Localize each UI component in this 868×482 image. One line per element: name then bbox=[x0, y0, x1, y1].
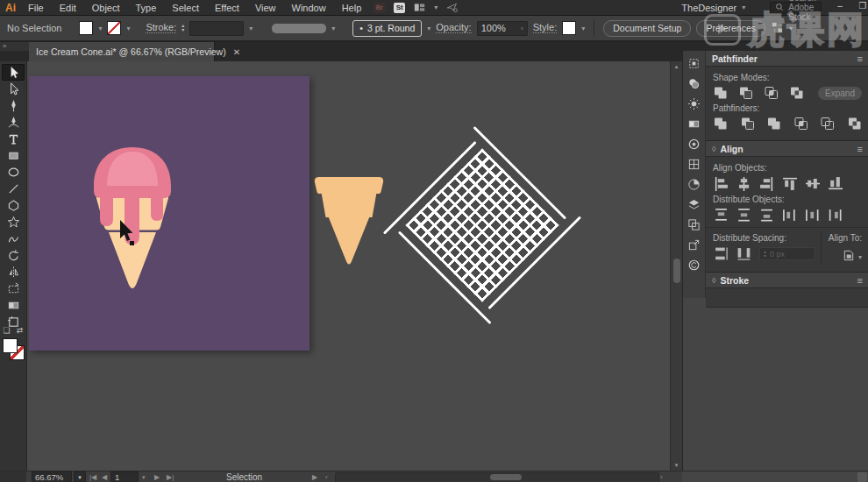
style-swatch[interactable] bbox=[562, 21, 576, 35]
minus-back-icon[interactable] bbox=[847, 117, 862, 131]
horizontal-scroll-thumb[interactable] bbox=[490, 474, 522, 480]
zoom-level-field[interactable]: 66.67% bbox=[32, 471, 72, 482]
share-icon[interactable] bbox=[446, 2, 458, 13]
cone-shape-object[interactable] bbox=[312, 175, 386, 268]
fill-stroke-indicator[interactable] bbox=[3, 338, 25, 361]
vertical-spacing-icon[interactable] bbox=[713, 246, 729, 261]
polygon-tool[interactable] bbox=[2, 197, 25, 214]
exclude-icon[interactable] bbox=[789, 86, 804, 100]
align-options-icon[interactable] bbox=[771, 21, 784, 36]
menu-select[interactable]: Select bbox=[172, 3, 199, 13]
tab-close-icon[interactable]: ✕ bbox=[233, 47, 240, 57]
canvas[interactable] bbox=[27, 61, 670, 471]
layers-panel-icon[interactable] bbox=[687, 198, 701, 211]
workspace-selector[interactable]: TheDesigner ▾ bbox=[681, 3, 745, 13]
color-guide-panel-icon[interactable] bbox=[687, 138, 701, 151]
transform-panel-icon[interactable] bbox=[687, 57, 701, 70]
distribute-h-center-icon[interactable] bbox=[804, 208, 821, 223]
unite-icon[interactable] bbox=[713, 86, 728, 100]
waffle-lattice-object[interactable] bbox=[390, 133, 573, 316]
color-panel-icon[interactable] bbox=[687, 77, 701, 90]
stroke-color-swatch[interactable] bbox=[107, 21, 121, 35]
stroke-weight-chevron-icon[interactable]: ▾ bbox=[249, 25, 253, 32]
align-h-center-icon[interactable] bbox=[736, 176, 752, 191]
brush-definition[interactable]: • 3 pt. Round bbox=[352, 20, 422, 37]
pen-tool[interactable] bbox=[2, 97, 25, 114]
scroll-left-icon[interactable]: ‹ bbox=[325, 471, 328, 482]
vertical-scroll-thumb[interactable] bbox=[673, 259, 680, 283]
stroke-weight-stepper[interactable]: ▴▾ bbox=[181, 24, 184, 32]
pathfinder-menu-icon[interactable]: ≡ bbox=[857, 53, 863, 64]
menu-type[interactable]: Type bbox=[136, 3, 157, 13]
line-segment-tool[interactable] bbox=[2, 181, 25, 197]
width-profile-chevron-icon[interactable]: ▾ bbox=[331, 25, 335, 32]
scroll-right-icon[interactable]: › bbox=[660, 471, 663, 482]
rectangle-tool[interactable] bbox=[2, 147, 25, 164]
align-top-icon[interactable] bbox=[781, 176, 798, 191]
menu-help[interactable]: Help bbox=[342, 3, 362, 13]
menu-window[interactable]: Window bbox=[292, 3, 326, 13]
direct-selection-tool[interactable] bbox=[2, 81, 25, 97]
stroke-collapse-icon[interactable]: ◊ bbox=[712, 276, 715, 285]
outline-icon[interactable] bbox=[820, 117, 835, 131]
export-panel-icon[interactable] bbox=[687, 238, 701, 252]
distribute-top-icon[interactable] bbox=[713, 208, 729, 223]
scroll-up-icon[interactable]: ▴ bbox=[671, 63, 682, 70]
minus-front-icon[interactable] bbox=[738, 86, 753, 100]
vertical-scrollbar[interactable]: ▴ ▾ bbox=[670, 61, 682, 471]
style-chevron-icon[interactable]: ▾ bbox=[581, 25, 585, 32]
last-artboard-icon[interactable]: ▶| bbox=[167, 471, 174, 482]
align-options-chevron-icon[interactable]: ▾ bbox=[789, 25, 793, 32]
horizontal-scrollbar[interactable] bbox=[335, 472, 659, 482]
fill-chevron-icon[interactable]: ▾ bbox=[98, 25, 102, 32]
align-right-icon[interactable] bbox=[758, 176, 775, 191]
opacity-field[interactable]: 100% › bbox=[477, 21, 528, 36]
distribute-left-icon[interactable] bbox=[781, 208, 798, 223]
document-tab[interactable]: Ice Cream Cone.ai* @ 66.67% (RGB/Preview… bbox=[29, 42, 215, 61]
distribute-v-center-icon[interactable] bbox=[736, 208, 752, 223]
crop-icon[interactable] bbox=[793, 117, 808, 131]
horizontal-spacing-icon[interactable] bbox=[736, 246, 752, 261]
artboards-panel-icon[interactable] bbox=[687, 218, 701, 231]
swap-fill-stroke-icon[interactable]: ⇄ bbox=[17, 326, 24, 335]
libraries-panel-icon[interactable] bbox=[687, 259, 701, 272]
gradient-panel-icon[interactable] bbox=[687, 117, 701, 131]
menu-view[interactable]: View bbox=[255, 3, 276, 13]
brush-chevron-icon[interactable]: ▾ bbox=[427, 25, 430, 32]
star-tool[interactable] bbox=[2, 214, 25, 230]
default-fill-stroke-icon[interactable]: ❏ bbox=[4, 326, 11, 335]
curvature-tool[interactable] bbox=[2, 114, 25, 131]
zoom-chevron-icon[interactable]: ▾ bbox=[74, 471, 86, 482]
minimize-button[interactable]: – bbox=[834, 1, 846, 11]
maximize-button[interactable]: ❒ bbox=[857, 1, 868, 11]
gradient-tool[interactable] bbox=[2, 297, 25, 314]
align-v-center-icon[interactable] bbox=[804, 176, 821, 191]
swatches-panel-icon[interactable] bbox=[687, 158, 701, 171]
free-transform-tool[interactable] bbox=[2, 280, 25, 297]
previous-artboard-icon[interactable]: ◀ bbox=[102, 471, 107, 482]
align-collapse-icon[interactable]: ◊ bbox=[712, 145, 715, 153]
appearance-panel-icon[interactable] bbox=[687, 97, 701, 110]
stroke-weight-label[interactable]: Stroke: bbox=[146, 23, 176, 33]
menu-edit[interactable]: Edit bbox=[60, 3, 76, 13]
menu-effect[interactable]: Effect bbox=[215, 3, 239, 13]
first-artboard-icon[interactable]: |◀ bbox=[89, 471, 96, 482]
fill-stroke-mini-controls[interactable]: ❏ ⇄ bbox=[0, 326, 26, 335]
type-tool[interactable] bbox=[2, 131, 25, 147]
adobe-stock-search-input[interactable]: Search Adobe Stock bbox=[770, 2, 822, 14]
spacing-value-field[interactable]: ▴▾ 0 px bbox=[759, 247, 815, 260]
menu-file[interactable]: File bbox=[28, 3, 44, 13]
stroke-chevron-icon[interactable]: ▾ bbox=[126, 25, 130, 32]
workspace-switcher-icon[interactable] bbox=[414, 2, 425, 13]
opacity-label[interactable]: Opacity: bbox=[436, 23, 471, 33]
toolbar-collapse-chevron[interactable]: » bbox=[0, 42, 29, 51]
preferences-button[interactable]: Preferences bbox=[696, 20, 765, 37]
stroke-menu-icon[interactable]: ≡ bbox=[857, 275, 863, 286]
document-setup-button[interactable]: Document Setup bbox=[603, 20, 691, 37]
selection-tool[interactable] bbox=[2, 64, 25, 81]
expand-button[interactable]: Expand bbox=[818, 87, 862, 100]
scroll-down-icon[interactable]: ▾ bbox=[671, 462, 682, 469]
bridge-icon[interactable]: Br bbox=[374, 3, 385, 13]
artboard-number-field[interactable]: 1 bbox=[110, 471, 139, 482]
next-artboard-icon[interactable]: ▶ bbox=[154, 471, 160, 482]
